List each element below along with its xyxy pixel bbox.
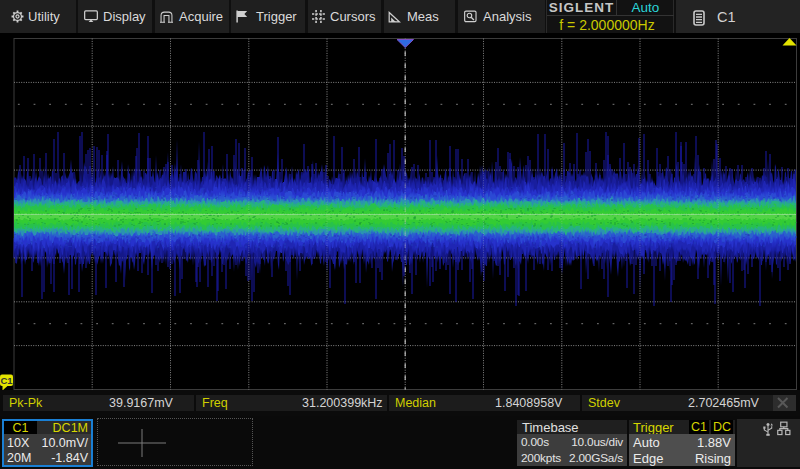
svg-text:C1: C1 [0, 375, 13, 386]
